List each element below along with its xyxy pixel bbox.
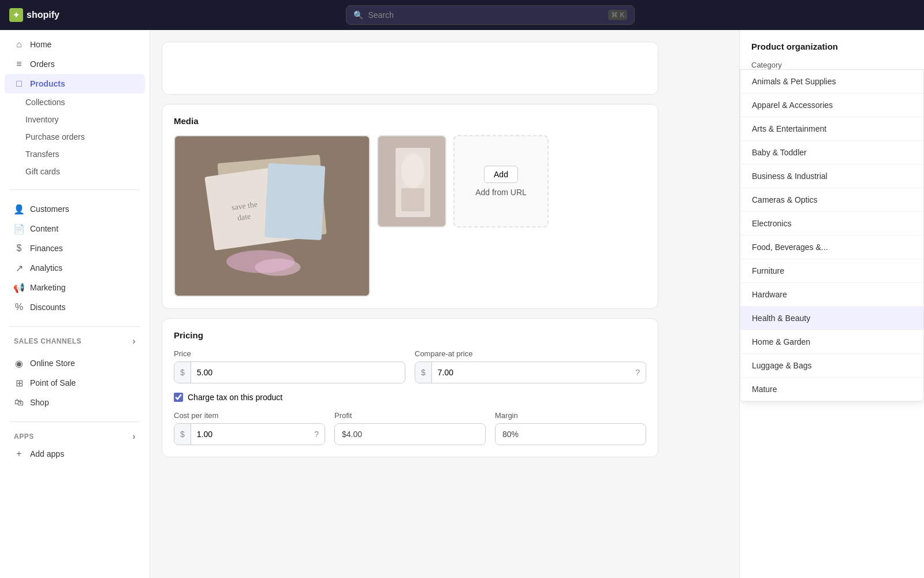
sidebar-item-collections[interactable]: Collections	[25, 94, 150, 111]
sidebar-item-purchase-orders[interactable]: Purchase orders	[25, 128, 150, 146]
sidebar-item-orders[interactable]: ≡ Orders	[5, 54, 145, 74]
dropdown-item-health[interactable]: Health & Beauty	[740, 307, 923, 330]
main-media-item[interactable]: save the date	[174, 135, 370, 297]
charge-tax-row: Charge tax on this product	[174, 393, 646, 402]
sales-channels-label: Sales channels ›	[0, 331, 150, 349]
sidebar: ⌂ Home ≡ Orders □ Products Collections I…	[0, 0, 150, 578]
customers-icon: 👤	[14, 204, 24, 214]
price-currency: $	[174, 362, 191, 383]
product-main-image: save the date	[175, 136, 369, 296]
finances-icon: $	[14, 243, 24, 253]
compare-price-help-icon[interactable]: ?	[629, 368, 646, 377]
sidebar-item-shop[interactable]: 🛍 Shop	[5, 393, 145, 412]
pricing-title: Pricing	[174, 330, 646, 340]
shop-icon: 🛍	[14, 397, 24, 408]
divider-2	[9, 326, 140, 327]
product-image-svg: save the date	[175, 135, 369, 297]
price-group: Price $	[174, 349, 405, 383]
sidebar-item-analytics[interactable]: ↗ Analytics	[5, 258, 145, 278]
compare-price-currency: $	[415, 362, 432, 383]
cost-currency: $	[174, 424, 191, 445]
search-input[interactable]	[368, 10, 603, 20]
add-media-card[interactable]: Add Add from URL	[453, 135, 549, 228]
divider-3	[9, 422, 140, 422]
sidebar-item-add-apps[interactable]: + Add apps	[5, 444, 145, 464]
category-label: Category	[751, 61, 912, 69]
compare-price-input[interactable]	[432, 362, 629, 383]
compare-price-input-wrap: $ ?	[415, 361, 646, 383]
sidebar-item-transfers[interactable]: Transfers	[25, 146, 150, 163]
sidebar-item-label: Products	[30, 79, 65, 88]
media-grid: save the date	[174, 135, 646, 297]
expand-icon[interactable]: ›	[132, 336, 136, 346]
dropdown-item-mature[interactable]: Mature	[740, 378, 923, 401]
dropdown-item-arts[interactable]: Arts & Entertainment	[740, 117, 923, 141]
sidebar-item-products[interactable]: □ Products	[5, 74, 145, 94]
compare-price-group: Compare-at price $ ?	[415, 349, 646, 383]
add-from-url-link[interactable]: Add from URL	[475, 188, 527, 197]
dropdown-item-baby[interactable]: Baby & Toddler	[740, 141, 923, 165]
sidebar-item-label: Online Store	[30, 359, 75, 368]
sidebar-item-inventory[interactable]: Inventory	[25, 111, 150, 128]
products-icon: □	[14, 79, 24, 89]
search-icon: 🔍	[353, 10, 363, 20]
dropdown-item-furniture[interactable]: Furniture	[740, 259, 923, 283]
cost-profit-margin-grid: Cost per item $ ? Profit	[174, 411, 646, 445]
dropdown-item-business[interactable]: Business & Industrial	[740, 165, 923, 188]
topbar: ✦ shopify 🔍 ⌘ K	[0, 0, 924, 30]
sidebar-item-label: Orders	[30, 59, 55, 69]
dropdown-item-luggage[interactable]: Luggage & Bags	[740, 354, 923, 378]
search-bar[interactable]: 🔍 ⌘ K	[346, 5, 635, 25]
sidebar-item-discounts[interactable]: % Discounts	[5, 297, 145, 317]
dropdown-item-cameras[interactable]: Cameras & Optics	[740, 188, 923, 212]
dropdown-item-home[interactable]: Home & Garden	[740, 330, 923, 354]
apps-label: Apps ›	[0, 427, 150, 444]
margin-input	[495, 424, 646, 445]
shopify-logo-icon: ✦	[9, 8, 23, 22]
sidebar-item-finances[interactable]: $ Finances	[5, 238, 145, 258]
dropdown-item-apparel[interactable]: Apparel & Accessories	[740, 94, 923, 117]
sidebar-item-label: Marketing	[30, 283, 65, 292]
sidebar-item-gift-cards[interactable]: Gift cards	[25, 163, 150, 180]
dropdown-item-electronics[interactable]: Electronics	[740, 212, 923, 236]
discounts-icon: %	[14, 302, 24, 312]
sidebar-item-label: Finances	[30, 244, 63, 253]
apps-expand-icon[interactable]: ›	[132, 431, 136, 442]
sidebar-item-label: Point of Sale	[30, 378, 76, 387]
cost-input[interactable]	[191, 424, 308, 445]
content-icon: 📄	[14, 223, 24, 234]
sidebar-item-marketing[interactable]: 📢 Marketing	[5, 278, 145, 297]
add-apps-icon: +	[14, 449, 24, 459]
dropdown-item-hardware[interactable]: Hardware	[740, 283, 923, 307]
profit-input	[335, 424, 485, 445]
sidebar-item-online-store[interactable]: ◉ Online Store	[5, 353, 145, 373]
orders-icon: ≡	[14, 59, 24, 69]
sidebar-item-content[interactable]: 📄 Content	[5, 219, 145, 238]
right-panel: Product organization Category Animals & …	[739, 0, 924, 578]
profit-input-wrap	[334, 423, 486, 445]
dropdown-item-food[interactable]: Food, Beverages &...	[740, 236, 923, 259]
cost-help-icon[interactable]: ?	[308, 430, 325, 439]
sidebar-item-point-of-sale[interactable]: ⊞ Point of Sale	[5, 373, 145, 393]
category-dropdown: Animals & Pet Supplies Apparel & Accesso…	[740, 69, 924, 402]
sidebar-item-home[interactable]: ⌂ Home	[5, 35, 145, 54]
media-title: Media	[174, 116, 646, 126]
charge-tax-checkbox[interactable]	[174, 393, 183, 402]
sidebar-item-label: Shop	[30, 398, 49, 407]
pricing-card: Pricing Price $ Compare-at price $	[162, 318, 658, 457]
logo: ✦ shopify	[9, 8, 59, 22]
price-input[interactable]	[191, 362, 405, 383]
products-submenu: Collections Inventory Purchase orders Tr…	[0, 94, 150, 180]
add-media-button[interactable]: Add	[484, 166, 518, 183]
pricing-grid: Price $ Compare-at price $ ?	[174, 349, 646, 383]
divider	[9, 189, 140, 190]
sidebar-item-customers[interactable]: 👤 Customers	[5, 199, 145, 219]
secondary-media-item[interactable]	[377, 135, 446, 228]
dropdown-item-animals[interactable]: Animals & Pet Supplies	[740, 70, 923, 94]
online-store-icon: ◉	[14, 358, 24, 368]
top-placeholder	[162, 42, 658, 94]
sidebar-item-label: Add apps	[30, 449, 64, 458]
media-card: Media save the dat	[162, 104, 658, 309]
svg-rect-11	[401, 188, 424, 211]
charge-tax-label: Charge tax on this product	[188, 393, 282, 402]
